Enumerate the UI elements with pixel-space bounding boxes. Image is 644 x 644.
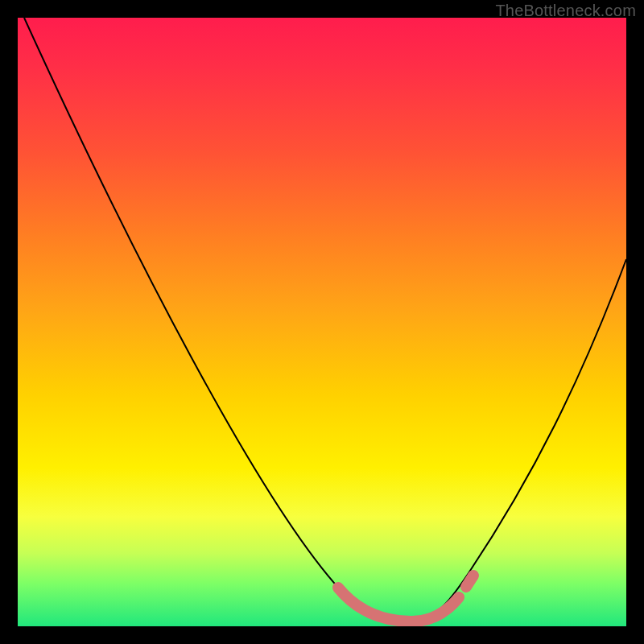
highlight-dot (466, 576, 473, 587)
chart-frame: TheBottleneck.com (0, 0, 644, 644)
watermark-text: TheBottleneck.com (495, 2, 636, 20)
bottleneck-curve (24, 18, 626, 620)
plot-area (18, 18, 626, 626)
curve-layer (18, 18, 626, 626)
highlight-segment (338, 588, 459, 621)
